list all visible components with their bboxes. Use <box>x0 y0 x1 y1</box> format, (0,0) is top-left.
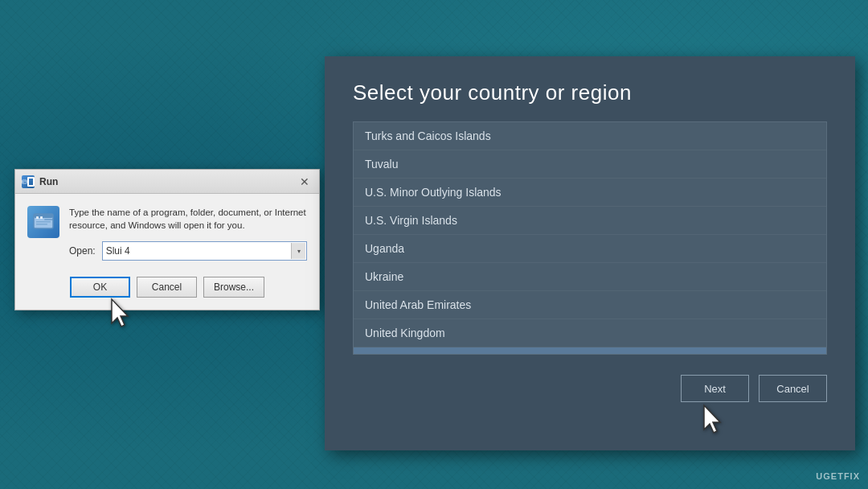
country-header: Select your country or region <box>325 56 855 121</box>
country-list-item[interactable]: Ukraine <box>354 263 826 291</box>
country-list-item[interactable]: Uganda <box>354 235 826 263</box>
country-cancel-button[interactable]: Cancel <box>759 375 827 402</box>
country-list-container: Turks and Caicos IslandsTuvaluU.S. Minor… <box>353 121 827 355</box>
country-list-item[interactable]: United Arab Emirates <box>354 291 826 319</box>
run-titlebar: Run ✕ <box>15 170 319 194</box>
run-body: Type the name of a program, folder, docu… <box>15 194 319 269</box>
run-close-button[interactable]: ✕ <box>297 174 313 190</box>
run-icon-area <box>27 206 59 238</box>
run-buttons: OK Cancel Browse... <box>15 269 319 310</box>
country-list-item[interactable]: United Kingdom <box>354 319 826 347</box>
country-list-item[interactable]: Turks and Caicos Islands <box>354 122 826 150</box>
run-dialog: Run ✕ Type the name of a program, folder… <box>14 169 320 310</box>
country-dialog-title: Select your country or region <box>353 80 827 105</box>
svg-rect-9 <box>36 224 47 225</box>
run-browse-button[interactable]: Browse... <box>203 277 264 298</box>
run-open-row: Open: ▾ <box>69 241 307 261</box>
svg-rect-0 <box>22 179 27 183</box>
country-next-button[interactable]: Next <box>681 375 749 402</box>
country-footer: Next Cancel <box>325 355 855 422</box>
run-titlebar-left: Run <box>22 175 58 188</box>
run-open-label: Open: <box>69 245 96 257</box>
country-list-item[interactable]: U.S. Minor Outlying Islands <box>354 179 826 207</box>
run-ok-button[interactable]: OK <box>70 277 130 298</box>
country-list-item[interactable]: U.S. Virgin Islands <box>354 207 826 235</box>
run-description: Type the name of a program, folder, docu… <box>69 206 307 232</box>
run-dropdown-arrow[interactable]: ▾ <box>291 243 305 259</box>
svg-rect-2 <box>23 182 24 183</box>
svg-rect-7 <box>44 219 54 220</box>
run-text-area: Type the name of a program, folder, docu… <box>69 206 307 261</box>
country-list-item[interactable]: United States <box>354 347 826 354</box>
svg-rect-5 <box>36 216 39 219</box>
svg-rect-6 <box>40 216 43 219</box>
run-input[interactable] <box>102 241 307 261</box>
country-list[interactable]: Turks and Caicos IslandsTuvaluU.S. Minor… <box>354 122 826 354</box>
run-dialog-title: Run <box>39 176 58 187</box>
country-dialog: Select your country or region Turks and … <box>325 56 855 450</box>
watermark: UGETFIX <box>816 471 860 481</box>
run-program-icon <box>27 206 59 238</box>
country-list-item[interactable]: Tuvalu <box>354 150 826 179</box>
run-input-wrapper: ▾ <box>102 241 307 261</box>
svg-rect-8 <box>36 221 51 223</box>
run-cancel-button[interactable]: Cancel <box>137 277 197 298</box>
run-icon <box>22 175 35 188</box>
